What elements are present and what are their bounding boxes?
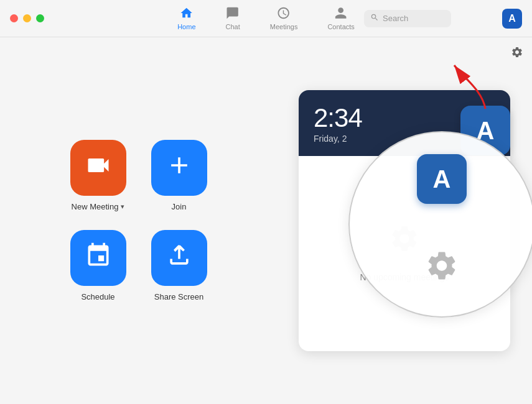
join-label: Join [172,202,187,211]
schedule-label: Schedule [81,292,114,301]
chevron-down-icon: ▾ [121,203,124,211]
upload-icon [166,242,193,275]
nav-chat[interactable]: Chat [221,4,245,33]
nav-home-label: Home [177,23,195,30]
calendar-icon [85,242,112,275]
share-screen-item: Share Screen [151,230,207,301]
share-screen-label: Share Screen [154,292,204,301]
nav-chat-label: Chat [226,23,240,30]
main-nav: Home Chat Meetings Cont [172,4,360,33]
share-screen-button[interactable] [151,230,207,286]
nav-contacts-label: Contacts [327,23,354,30]
action-panel: New Meeting ▾ Join [0,37,277,404]
traffic-lights [0,14,44,22]
nav-meetings[interactable]: Meetings [265,4,303,33]
plus-icon [166,152,193,185]
close-button[interactable] [10,14,18,22]
schedule-item: Schedule [70,230,126,301]
red-arrow [445,56,495,121]
search-icon [370,13,379,24]
search-input[interactable]: Search [383,14,445,23]
chat-icon [226,6,240,22]
avatar-initial: A [508,13,516,24]
clock-icon [277,6,291,22]
magnify-avatar: A [417,154,467,204]
join-button[interactable] [151,140,207,196]
schedule-button[interactable] [70,230,126,286]
maximize-button[interactable] [36,14,44,22]
contacts-icon [334,6,348,22]
search-bar[interactable]: Search [364,10,451,27]
main-content: New Meeting ▾ Join [0,37,532,404]
new-meeting-label: New Meeting ▾ [72,202,125,211]
home-icon [180,6,194,22]
settings-button[interactable] [508,44,526,61]
right-panel: 2:34 Friday, 2 No upcoming meetings A A [277,37,532,404]
action-grid: New Meeting ▾ Join [70,140,207,301]
join-item: Join [151,140,207,211]
video-icon [85,152,112,185]
magnify-gear-icon [425,249,459,283]
new-meeting-button[interactable] [70,140,126,196]
minimize-button[interactable] [23,14,31,22]
nav-meetings-label: Meetings [270,23,298,30]
titlebar: Home Chat Meetings Cont [0,0,532,37]
new-meeting-item: New Meeting ▾ [70,140,126,211]
avatar[interactable]: A [502,9,522,29]
nav-home[interactable]: Home [172,4,200,33]
nav-contacts[interactable]: Contacts [322,4,359,33]
magnify-overlay: A [348,131,532,318]
